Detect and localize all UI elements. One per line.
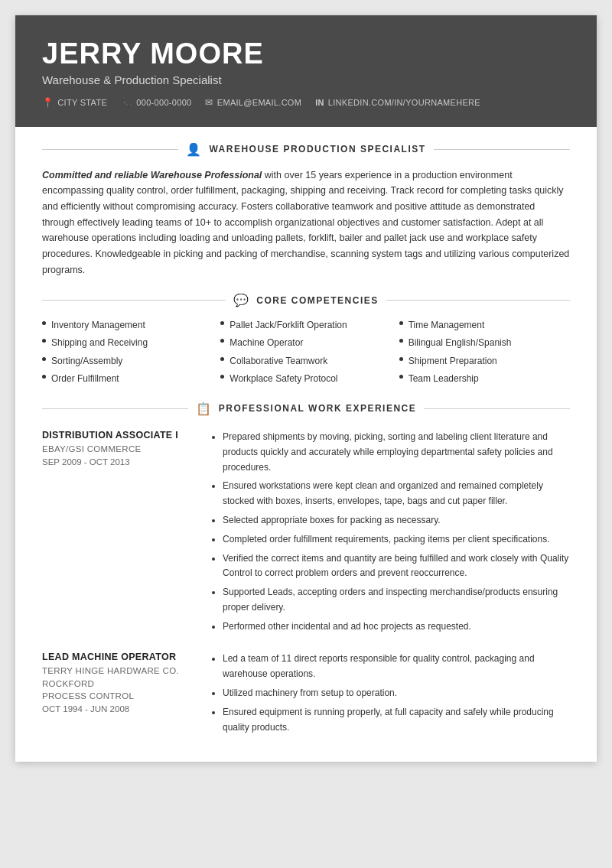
bullet-icon bbox=[42, 357, 46, 361]
job-title: DISTRIBUTION ASSOCIATE I bbox=[42, 430, 195, 441]
bullet-item: Utilized machinery from setup to operati… bbox=[223, 686, 570, 701]
competency-item: Workplace Safety Protocol bbox=[220, 372, 391, 386]
competency-item: Machine Operator bbox=[220, 336, 391, 350]
contact-info: 📍 CITY STATE 📞 000-000-0000 ✉ EMAIL@EMAI… bbox=[42, 97, 570, 108]
competency-item: Shipping and Receiving bbox=[42, 336, 213, 350]
bullet-icon bbox=[220, 375, 224, 379]
competency-item: Collaborative Teamwork bbox=[220, 354, 391, 369]
email-item: ✉ EMAIL@EMAIL.COM bbox=[205, 97, 301, 108]
bullet-icon bbox=[42, 339, 46, 343]
experience-section-header: 📋 PROFESSIONAL WORK EXPERIENCE bbox=[42, 401, 570, 416]
location-icon: 📍 bbox=[42, 97, 54, 108]
section-line-right bbox=[434, 149, 570, 150]
email-text: EMAIL@EMAIL.COM bbox=[217, 98, 301, 107]
bullet-item: Performed other incidental and ad hoc pr… bbox=[223, 619, 570, 635]
resume-body: 👤 WAREHOUSE PRODUCTION SPECIALIST Commit… bbox=[15, 142, 597, 762]
candidate-title: Warehouse & Production Specialist bbox=[42, 73, 570, 86]
experience-list: DISTRIBUTION ASSOCIATE I EBAY/GSI COMMER… bbox=[42, 430, 570, 740]
bullet-icon bbox=[399, 321, 403, 325]
section-line-left bbox=[42, 149, 178, 150]
bullet-item: Selected appropriate boxes for packing a… bbox=[223, 513, 570, 528]
bullet-item: Verified the correct items and quantity … bbox=[223, 551, 570, 582]
job-dates: OCT 1994 - JUN 2008 bbox=[42, 704, 195, 714]
competency-item: Shipment Preparation bbox=[399, 354, 570, 369]
linkedin-icon: in bbox=[315, 98, 324, 107]
job-title: LEAD MACHINE OPERATOR bbox=[42, 652, 195, 662]
phone-icon: 📞 bbox=[121, 97, 132, 108]
phone-item: 📞 000-000-0000 bbox=[121, 97, 191, 108]
bullet-icon bbox=[220, 339, 224, 343]
linkedin-item: in LINKEDIN.COM/IN/YOURNAMEHERE bbox=[315, 97, 480, 108]
competency-item: Bilingual English/Spanish bbox=[399, 336, 570, 350]
location-text: CITY STATE bbox=[57, 98, 107, 107]
bullet-icon bbox=[42, 321, 46, 325]
exp-right-1: Led a team of 11 direct reports responsi… bbox=[210, 652, 570, 739]
competencies-section-header: 💬 CORE COMPETENCIES bbox=[42, 293, 570, 307]
competency-item: Pallet Jack/Forklift Operation bbox=[220, 318, 391, 333]
phone-text: 000-000-0000 bbox=[136, 98, 191, 107]
candidate-name: JERRY MOORE bbox=[42, 38, 570, 70]
bullet-item: Ensured workstations were kept clean and… bbox=[223, 479, 570, 509]
competency-item: Inventory Management bbox=[42, 318, 213, 333]
email-icon: ✉ bbox=[205, 97, 213, 108]
competency-item: Order Fulfillment bbox=[42, 372, 213, 386]
comp-line-left bbox=[42, 300, 226, 301]
bullet-icon bbox=[399, 339, 403, 343]
job-dates: SEP 2009 - OCT 2013 bbox=[42, 457, 195, 467]
summary-title: WAREHOUSE PRODUCTION SPECIALIST bbox=[209, 144, 425, 154]
summary-paragraph: Committed and reliable Warehouse Profess… bbox=[42, 167, 570, 278]
competencies-grid: Inventory ManagementPallet Jack/Forklift… bbox=[42, 318, 570, 386]
exp-left-1: LEAD MACHINE OPERATOR TERRY HINGE HARDWA… bbox=[42, 652, 195, 739]
experience-entry: LEAD MACHINE OPERATOR TERRY HINGE HARDWA… bbox=[42, 652, 570, 739]
bullet-item: Ensured equipment is running properly, a… bbox=[223, 705, 570, 736]
exp-line-left bbox=[42, 408, 188, 409]
competency-item: Sorting/Assembly bbox=[42, 354, 213, 369]
bullet-icon bbox=[42, 375, 46, 379]
summary-bold: Committed and reliable Warehouse Profess… bbox=[42, 170, 262, 180]
bullet-icon bbox=[220, 321, 224, 325]
bullet-icon bbox=[399, 375, 403, 379]
exp-right-0: Prepared shipments by moving, picking, s… bbox=[210, 430, 570, 639]
job-company: EBAY/GSI COMMERCE bbox=[42, 443, 195, 455]
summary-section-header: 👤 WAREHOUSE PRODUCTION SPECIALIST bbox=[42, 142, 570, 157]
experience-entry: DISTRIBUTION ASSOCIATE I EBAY/GSI COMMER… bbox=[42, 430, 570, 639]
experience-icon: 📋 bbox=[196, 401, 211, 416]
linkedin-text: LINKEDIN.COM/IN/YOURNAMEHERE bbox=[328, 98, 480, 107]
job-bullets: Led a team of 11 direct reports responsi… bbox=[210, 652, 570, 735]
exp-line-right bbox=[424, 408, 570, 409]
job-company: TERRY HINGE HARDWARE CO. ROCKFORDPROCESS… bbox=[42, 665, 195, 701]
job-bullets: Prepared shipments by moving, picking, s… bbox=[210, 430, 570, 635]
resume-header: JERRY MOORE Warehouse & Production Speci… bbox=[15, 15, 597, 127]
summary-rest: with over 15 years experience in a produ… bbox=[42, 170, 569, 275]
resume-document: JERRY MOORE Warehouse & Production Speci… bbox=[15, 15, 597, 762]
bullet-icon bbox=[220, 357, 224, 361]
summary-icon: 👤 bbox=[186, 142, 201, 157]
bullet-icon bbox=[399, 357, 403, 361]
competency-item: Time Management bbox=[399, 318, 570, 333]
bullet-item: Completed order fulfillment requirements… bbox=[223, 532, 570, 548]
experience-title: PROFESSIONAL WORK EXPERIENCE bbox=[219, 403, 416, 414]
bullet-item: Led a team of 11 direct reports responsi… bbox=[223, 652, 570, 682]
bullet-item: Supported Leads, accepting orders and in… bbox=[223, 585, 570, 616]
competency-item: Team Leadership bbox=[399, 372, 570, 386]
competencies-icon: 💬 bbox=[233, 293, 249, 307]
competencies-title: CORE COMPETENCIES bbox=[256, 295, 379, 306]
exp-left-0: DISTRIBUTION ASSOCIATE I EBAY/GSI COMMER… bbox=[42, 430, 195, 639]
bullet-item: Prepared shipments by moving, picking, s… bbox=[223, 430, 570, 475]
comp-line-right bbox=[386, 300, 570, 301]
location-item: 📍 CITY STATE bbox=[42, 97, 107, 108]
